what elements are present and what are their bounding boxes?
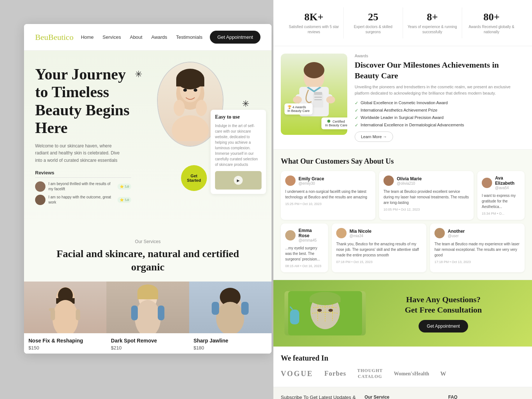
get-started-button[interactable]: Get Started — [181, 165, 207, 191]
stat-item-1: 25 Expert doctors & skilled surgeons — [344, 7, 403, 38]
testimonial-card-5: Another @user The team at Beutico made m… — [430, 224, 525, 272]
reviews-section: Reviews I am beyond thrilled with the re… — [35, 170, 131, 205]
testimonial-avatar-3 — [285, 230, 296, 241]
svg-point-4 — [183, 89, 187, 92]
testimonial-name-5: Another — [448, 229, 465, 234]
testimonial-card-0: Emily Grace @emily30 I underwent a non-s… — [281, 171, 375, 220]
stat-number-3: 80+ — [466, 11, 517, 23]
footer-service-title: Our Service — [365, 395, 441, 399]
testimonial-date-3: 08:15 AM • Oct 16, 2023 — [285, 264, 324, 268]
featured-section: We featured In VOGUE Forbes THOUGHTCATAL… — [273, 347, 532, 387]
service-info-3: Sharp Jawline $180 — [189, 333, 272, 354]
svg-rect-19 — [137, 292, 158, 299]
achievement-1: ✓ International Aesthetics Achievement P… — [355, 108, 525, 113]
service-price-1: $150 — [28, 345, 102, 351]
testimonials-section: What Our Customers Say About Us Emily Gr… — [273, 150, 532, 280]
testimonial-avatar-1 — [383, 175, 394, 186]
website-left-panel: BeuBeutico Home Services About Awards Te… — [24, 24, 272, 354]
video-thumbnail[interactable]: ▶ — [215, 171, 262, 190]
testimonial-text-2: I want to express my gratitude for the A… — [482, 193, 520, 209]
testimonial-card-4: Mia Nicole @mia34 Thank you, Beutico for… — [332, 224, 426, 272]
service-card-1[interactable]: Nose Fix & Reshaping $150 — [24, 282, 106, 354]
logo-womens-health: Women'sHealth — [394, 371, 429, 377]
testimonial-name-4: Mia Nicole — [349, 229, 371, 234]
learn-more-button[interactable]: Learn More → — [355, 132, 393, 142]
nav-about[interactable]: About — [130, 34, 142, 40]
service-price-2: $210 — [111, 345, 184, 351]
nav-home[interactable]: Home — [81, 34, 94, 40]
footer-faq-title: FAQ — [448, 395, 525, 399]
service-image-2 — [106, 282, 189, 333]
services-label: Our Services — [35, 239, 260, 244]
testimonial-header-1: Olivia Marie @olivia210 — [383, 175, 469, 186]
testimonial-identity-3: Emma Rose @emma45 — [299, 228, 324, 242]
subscribe-label: Subscribe To Get Latest Updates & Offers — [281, 395, 357, 399]
testimonial-date-0: 15:25 PM • Oct 10, 2023 — [285, 202, 371, 206]
service-card-2[interactable]: Dark Spot Remove $210 — [106, 282, 189, 354]
review-avatar-2 — [35, 195, 45, 205]
testimonial-text-4: Thank you, Beutico for the amazing resul… — [336, 241, 422, 258]
stat-desc-3: Awards Received globally & nationally — [466, 24, 517, 35]
logo-thought-catalog: THOUGHTCATALOG — [357, 368, 383, 379]
nav-testimonials[interactable]: Testimonials — [176, 34, 203, 40]
testimonial-avatar-2 — [482, 178, 492, 188]
svg-rect-36 — [314, 92, 322, 95]
service-image-3 — [189, 282, 272, 333]
testimonial-date-5: 17:18 PM • Oct 13, 2023 — [434, 260, 520, 264]
reviews-title: Reviews — [35, 170, 131, 178]
consultation-cta-button[interactable]: Get Appointment — [419, 320, 468, 332]
service-info-2: Dark Spot Remove $210 — [106, 333, 189, 354]
service-card-3[interactable]: Sharp Jawline $180 — [189, 282, 272, 354]
review-item-2: I am so happy with the outcome, great wo… — [35, 195, 131, 205]
svg-point-5 — [194, 89, 197, 92]
awards-description: Unveiling the pioneers and trendsetters … — [355, 84, 525, 96]
stat-item-2: 8+ Years of experience & running success… — [403, 7, 462, 38]
testimonial-header-2: Ava Elizabeth @ava54 — [482, 175, 520, 190]
svg-rect-22 — [158, 306, 164, 320]
doctor-image-container: Certified In Beauty Care 🏆 4 Awards In B… — [281, 54, 347, 135]
footer-links-col: FAQ Pricing Our License Terms & Conditio… — [448, 395, 525, 399]
service-info-1: Nose Fix & Reshaping $150 — [24, 333, 106, 354]
logo: BeuBeutico — [35, 33, 74, 42]
stat-number-0: 8K+ — [288, 11, 340, 23]
review-badge-2: ⭐ 5.0 — [117, 197, 131, 203]
testimonial-avatar-0 — [285, 175, 296, 186]
svg-point-8 — [196, 100, 207, 116]
nav-services[interactable]: Services — [103, 34, 121, 40]
achievement-0: ✓ Global Excellence in Cosmetic Innovati… — [355, 100, 525, 106]
achievement-3: ✓ International Excellence in Dermatolog… — [355, 123, 525, 128]
testimonial-avatar-5 — [434, 228, 445, 238]
play-button[interactable]: ▶ — [234, 176, 243, 185]
svg-point-34 — [326, 96, 335, 103]
svg-point-44 — [317, 309, 322, 312]
certified-badge: Certified In Beauty Care — [321, 117, 347, 129]
svg-rect-3 — [176, 79, 204, 86]
svg-point-45 — [328, 309, 333, 312]
testimonial-handle-5: @user — [448, 234, 465, 238]
awards-section: Certified In Beauty Care 🏆 4 Awards In B… — [273, 46, 532, 150]
consultation-image — [284, 291, 366, 335]
testimonial-text-3: ...my eyelid surgery was the best. The s… — [285, 245, 324, 262]
get-appointment-button[interactable]: Get Appointment — [210, 31, 260, 44]
testimonial-handle-3: @emma45 — [299, 238, 324, 242]
consultation-banner: Have Any Questions? Get Free Consultatio… — [273, 280, 532, 347]
face-lines-image — [284, 291, 366, 335]
stat-desc-0: Satisfied customers with 5 star reviews — [288, 24, 340, 35]
awards-content: Awards Discover Our Milestones Achieveme… — [355, 54, 525, 142]
consultation-title: Have Any Questions? Get Free Consultatio… — [366, 294, 521, 316]
testimonial-handle-4: @mia34 — [349, 234, 371, 238]
review-text-1: I am beyond thrilled with the results of… — [48, 181, 115, 192]
svg-rect-47 — [310, 298, 341, 302]
star-deco-1: ✳ — [135, 69, 142, 79]
footer-service-col: Our Service About Us Testimonial — [365, 395, 441, 399]
awards-label: Awards — [355, 54, 525, 58]
service-image-1 — [24, 282, 106, 333]
hero-section: ✳ ✳ ✳ Your Journey to Timeless Beauty Be… — [24, 51, 272, 228]
service-price-3: $180 — [194, 345, 267, 351]
testimonial-avatar-4 — [336, 228, 347, 238]
testimonial-date-1: 10:05 PM • Oct 12, 2023 — [383, 208, 469, 211]
nav-awards[interactable]: Awards — [151, 34, 167, 40]
logo-accent: Beu — [35, 33, 48, 42]
stat-number-2: 8+ — [407, 11, 458, 23]
testimonial-date-4: 07:18 PM • Oct 15, 2023 — [336, 260, 422, 264]
